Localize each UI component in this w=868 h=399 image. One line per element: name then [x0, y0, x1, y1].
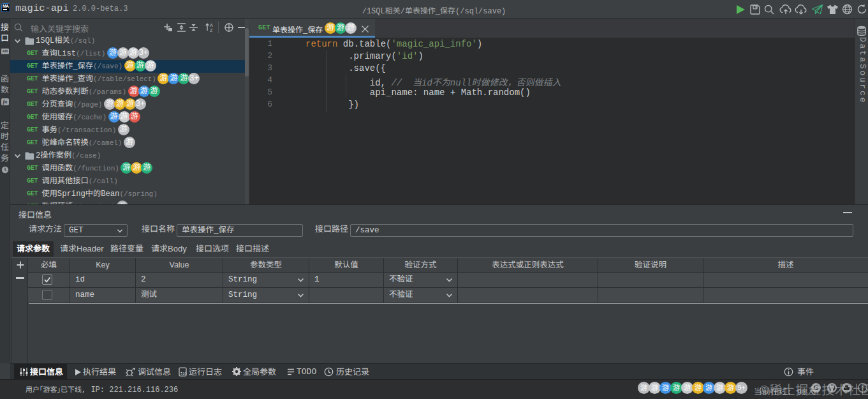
- svg-text:A: A: [210, 23, 213, 27]
- svg-text:10: 10: [182, 372, 187, 376]
- svg-text:Z: Z: [210, 28, 213, 33]
